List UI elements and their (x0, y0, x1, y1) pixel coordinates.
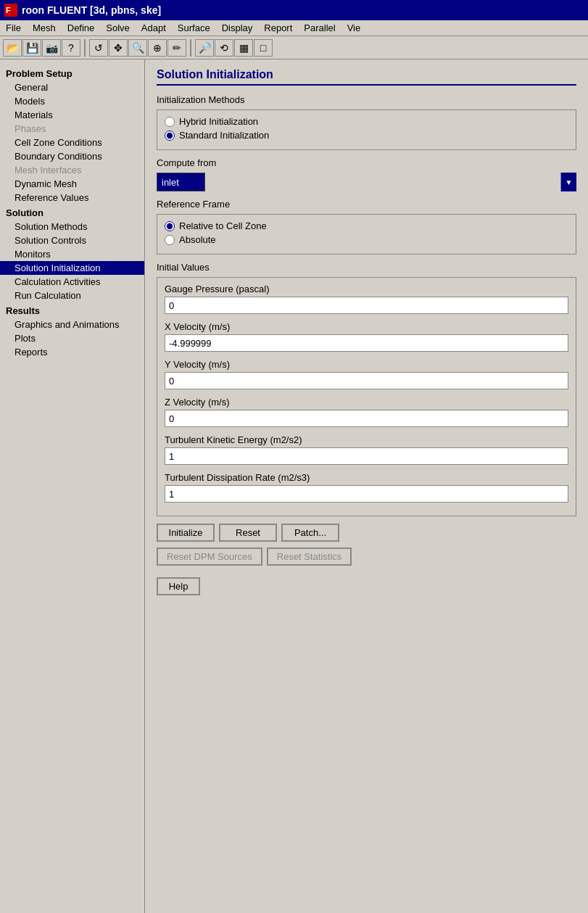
toolbar-group-file: 📂 💾 📷 ? (3, 39, 80, 57)
content-area: Solution Initialization Initialization M… (145, 59, 588, 913)
field-label-z-velocity: Z Velocity (m/s) (165, 397, 568, 408)
menu-item-adapt[interactable]: Adapt (136, 21, 172, 35)
field-input-turbulent-dissipation-rate[interactable] (165, 485, 568, 503)
menu-item-report[interactable]: Report (258, 21, 298, 35)
reset-button[interactable]: Reset (219, 524, 277, 542)
standard-radio[interactable] (165, 131, 175, 141)
menu-item-define[interactable]: Define (62, 21, 101, 35)
title-bar: F roon FLUENT [3d, pbns, ske] (0, 0, 588, 20)
field-input-z-velocity[interactable] (165, 410, 568, 427)
toolbar: 📂 💾 📷 ? ↺ ✥ 🔍 ⊕ ✏ 🔎 ⟲ ▦ □ (0, 36, 588, 59)
relative-radio[interactable] (165, 221, 175, 231)
sidebar-item-graphics-animations[interactable]: Graphics and Animations (0, 318, 144, 331)
sidebar-item-reference-values[interactable]: Reference Values (0, 191, 144, 205)
action-buttons-row2: Reset DPM Sources Reset Statistics (157, 548, 576, 566)
help-btn[interactable]: ? (62, 39, 80, 57)
sidebar-item-reports[interactable]: Reports (0, 345, 144, 359)
sidebar-item-boundary[interactable]: Boundary Conditions (0, 149, 144, 163)
sidebar-item-mesh-interfaces: Mesh Interfaces (0, 163, 144, 177)
compute-from-row: inlet all-zones ▼ (157, 173, 576, 191)
action-buttons-row1: Initialize Reset Patch... (157, 524, 576, 542)
reset-statistics-button[interactable]: Reset Statistics (267, 548, 352, 566)
help-section: Help (157, 577, 576, 595)
absolute-radio[interactable] (165, 235, 175, 245)
open-btn[interactable]: 📂 (3, 39, 22, 57)
sidebar-item-calculation-activities[interactable]: Calculation Activities (0, 275, 144, 289)
field-input-gauge-pressure[interactable] (165, 297, 568, 314)
title-text: roon FLUENT [3d, pbns, ske] (22, 4, 161, 16)
app-icon: F (4, 4, 17, 17)
compute-from-select[interactable]: inlet all-zones (157, 173, 205, 191)
sidebar-item-solution-methods[interactable]: Solution Methods (0, 220, 144, 234)
init-methods-label: Initialization Methods (157, 94, 576, 105)
initial-values-box: Gauge Pressure (pascal)X Velocity (m/s)Y… (157, 277, 576, 516)
hybrid-radio[interactable] (165, 117, 175, 127)
pan-btn[interactable]: ✥ (109, 39, 128, 57)
field-group-turbulent-kinetic-energy: Turbulent Kinetic Energy (m2/s2) (165, 434, 568, 465)
refresh-btn[interactable]: ↺ (89, 39, 108, 57)
main-layout: Problem SetupGeneralModelsMaterialsPhase… (0, 59, 588, 913)
sidebar-item-phases: Phases (0, 122, 144, 136)
help-button[interactable]: Help (157, 577, 200, 595)
field-label-y-velocity: Y Velocity (m/s) (165, 359, 568, 370)
sidebar-item-plots[interactable]: Plots (0, 331, 144, 345)
separator-1 (84, 39, 86, 57)
sidebar-item-solution-controls[interactable]: Solution Controls (0, 234, 144, 247)
sidebar-item-models[interactable]: Models (0, 94, 144, 108)
init-methods-group: Hybrid Initialization Standard Initializ… (157, 110, 576, 150)
field-label-turbulent-kinetic-energy: Turbulent Kinetic Energy (m2/s2) (165, 434, 568, 445)
hybrid-radio-label[interactable]: Hybrid Initialization (179, 116, 258, 127)
zoom-in-btn[interactable]: ⊕ (148, 39, 167, 57)
measure-btn[interactable]: ✏ (167, 39, 186, 57)
absolute-radio-label[interactable]: Absolute (179, 234, 216, 245)
sidebar-item-dynamic-mesh[interactable]: Dynamic Mesh (0, 177, 144, 191)
menu-item-file[interactable]: File (0, 21, 27, 35)
sidebar-section-problem-setup: Problem Setup (0, 65, 144, 80)
rotate-btn[interactable]: ⟲ (215, 39, 233, 57)
sidebar: Problem SetupGeneralModelsMaterialsPhase… (0, 59, 145, 913)
reset-dpm-button[interactable]: Reset DPM Sources (157, 548, 262, 566)
fit-btn[interactable]: 🔎 (195, 39, 214, 57)
grid-btn[interactable]: ▦ (234, 39, 253, 57)
relative-radio-row: Relative to Cell Zone (165, 220, 568, 231)
sidebar-item-general[interactable]: General (0, 80, 144, 94)
field-label-turbulent-dissipation-rate: Turbulent Dissipation Rate (m2/s3) (165, 472, 568, 483)
field-label-gauge-pressure: Gauge Pressure (pascal) (165, 284, 568, 294)
relative-radio-label[interactable]: Relative to Cell Zone (179, 220, 267, 231)
svg-text:F: F (6, 6, 11, 15)
sidebar-item-run-calculation[interactable]: Run Calculation (0, 289, 144, 302)
menu-item-solve[interactable]: Solve (100, 21, 136, 35)
compute-from-label: Compute from (157, 157, 576, 168)
screenshot-btn[interactable]: 📷 (42, 39, 61, 57)
box-btn[interactable]: □ (254, 39, 273, 57)
standard-radio-label[interactable]: Standard Initialization (179, 130, 269, 141)
field-input-x-velocity[interactable] (165, 334, 568, 352)
menu-bar: FileMeshDefineSolveAdaptSurfaceDisplayRe… (0, 20, 588, 36)
hybrid-radio-row: Hybrid Initialization (165, 116, 568, 127)
field-input-y-velocity[interactable] (165, 372, 568, 389)
menu-item-parallel[interactable]: Parallel (298, 21, 341, 35)
initialize-button[interactable]: Initialize (157, 524, 215, 542)
menu-item-mesh[interactable]: Mesh (27, 21, 62, 35)
field-label-x-velocity: X Velocity (m/s) (165, 321, 568, 332)
patch-button[interactable]: Patch... (281, 524, 339, 542)
field-group-y-velocity: Y Velocity (m/s) (165, 359, 568, 389)
sidebar-section-results: Results (0, 302, 144, 318)
initial-values-label: Initial Values (157, 262, 576, 273)
field-group-turbulent-dissipation-rate: Turbulent Dissipation Rate (m2/s3) (165, 472, 568, 503)
panel-title: Solution Initialization (157, 68, 576, 86)
sidebar-item-materials[interactable]: Materials (0, 108, 144, 122)
sidebar-item-cell-zone[interactable]: Cell Zone Conditions (0, 136, 144, 149)
toolbar-group-display: 🔎 ⟲ ▦ □ (195, 39, 273, 57)
zoom-btn[interactable]: 🔍 (128, 39, 147, 57)
reference-frame-group: Relative to Cell Zone Absolute (157, 214, 576, 255)
standard-radio-row: Standard Initialization (165, 130, 568, 141)
sidebar-item-solution-initialization[interactable]: Solution Initialization (0, 261, 144, 275)
menu-item-surface[interactable]: Surface (172, 21, 216, 35)
sidebar-item-monitors[interactable]: Monitors (0, 247, 144, 261)
save-btn[interactable]: 💾 (22, 39, 41, 57)
field-input-turbulent-kinetic-energy[interactable] (165, 447, 568, 465)
menu-item-vie[interactable]: Vie (341, 21, 367, 35)
compute-from-wrapper: inlet all-zones ▼ (157, 173, 576, 191)
menu-item-display[interactable]: Display (216, 21, 259, 35)
